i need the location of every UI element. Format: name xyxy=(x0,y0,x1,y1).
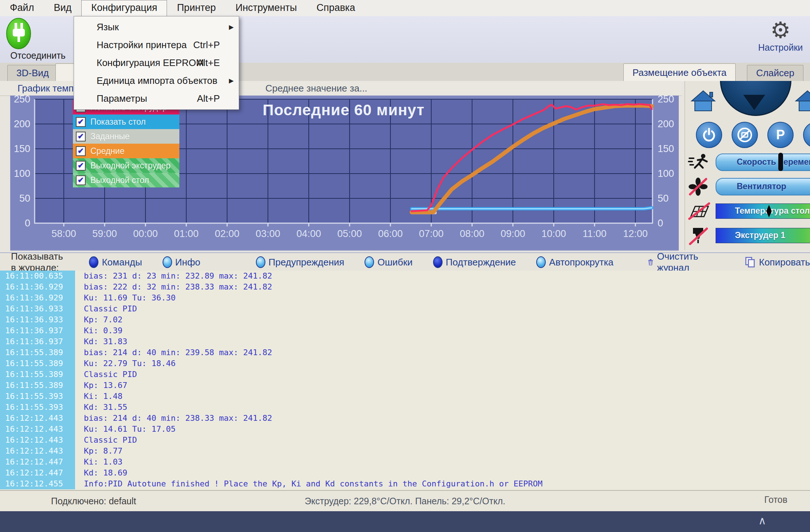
legend-row[interactable]: ✔ Выходной стол xyxy=(73,173,179,187)
park-button[interactable]: P xyxy=(767,122,794,148)
log-message: Classic PID xyxy=(75,435,137,444)
svg-text:07:00: 07:00 xyxy=(419,228,444,239)
log-row: 16:11:36.937Kd: 31.83 xyxy=(0,336,810,347)
motors-off-button[interactable] xyxy=(732,122,758,148)
log-filter-toggle[interactable]: Ошибки xyxy=(365,256,412,268)
configuration-menu-item[interactable]: Настройки принтера Ctrl+P xyxy=(74,36,239,54)
legend-label: Показать стол xyxy=(90,117,146,127)
bed-temp-label: Температура стола xyxy=(735,206,810,216)
tab-3d-view[interactable]: 3D-Вид xyxy=(7,65,58,81)
legend-row[interactable]: ✔ Заданные xyxy=(73,129,179,144)
svg-text:58:00: 58:00 xyxy=(51,228,76,239)
log-filter-toggle[interactable]: Автопрокрутка xyxy=(536,256,614,268)
fan-slider[interactable]: Вентилятор xyxy=(716,178,810,195)
menu-bar-item[interactable]: Файл xyxy=(0,0,44,16)
repetier-host-window: Файл Вид Конфигурация Принтер Инструмент… xyxy=(0,0,810,532)
log-row: 16:12:12.455Info:PID Autotune finished !… xyxy=(0,478,810,489)
disconnect-button[interactable]: Отсоединить xyxy=(5,18,71,61)
clear-log-button[interactable]: Очистить журнал xyxy=(648,251,702,273)
menu-bar-item[interactable]: Конфигурация xyxy=(81,0,167,16)
extruder-temp-slider[interactable]: Экструдер 1 2 xyxy=(716,228,810,243)
tab-object-placement[interactable]: Размещение объекта xyxy=(623,63,736,81)
log-timestamp: 16:11:36.929 xyxy=(0,292,75,303)
log-filter-toggle[interactable]: Инфо xyxy=(163,256,200,268)
os-taskbar: ∧ xyxy=(0,511,810,532)
toggle-label: Автопрокрутка xyxy=(549,257,614,268)
log-row: 16:11:36.937Ki: 0.39 xyxy=(0,325,810,336)
configuration-menu-item[interactable]: Конфигурация EEPROM Alt+E xyxy=(74,54,239,72)
log-timestamp: 16:11:55.389 xyxy=(0,369,75,380)
log-row: 16:11:00.635bias: 231 d: 23 min: 232.89 … xyxy=(0,271,810,281)
disconnect-label: Отсоединить xyxy=(5,50,71,61)
legend-checkbox[interactable]: ✔ xyxy=(76,161,86,171)
log-timestamp: 16:11:00.635 xyxy=(0,271,75,281)
extruder-select-button[interactable]: 1 xyxy=(803,122,810,148)
log-timestamp: 16:12:12.447 xyxy=(0,457,75,467)
tab-slicer[interactable]: Слайсер xyxy=(747,65,803,81)
travel-speed-row: Скорость перемещения xyxy=(685,152,810,172)
submenu-arrow-icon: ▶ xyxy=(229,72,234,90)
log-actions: Очистить журнал Копировать xyxy=(648,251,810,273)
home-z-button[interactable]: z xyxy=(794,90,810,112)
temperature-status: Экструдер: 229,8°C/Откл. Панель: 29,2°C/… xyxy=(0,496,810,506)
copy-log-button[interactable]: Копировать xyxy=(745,257,810,268)
log-timestamp: 16:11:36.937 xyxy=(0,336,75,347)
log-message: Kd: 18.69 xyxy=(75,468,127,477)
power-icon xyxy=(701,127,717,143)
log-message: Info:PID Autotune finished ! Place the K… xyxy=(75,479,542,488)
legend-checkbox[interactable]: ✔ xyxy=(76,146,86,156)
legend-row[interactable]: ✔ Выходной экструдер xyxy=(73,158,179,173)
travel-speed-handle[interactable] xyxy=(778,153,783,171)
menu-bar-item[interactable]: Справка xyxy=(307,0,365,16)
legend-label: Средние xyxy=(90,146,124,156)
jog-down-arrow-icon[interactable] xyxy=(743,95,765,110)
menu-bar-item[interactable]: Вид xyxy=(44,0,81,16)
log-filter-toggles: Команды Инфо Предупреждения Ошибки xyxy=(89,256,613,268)
log-row: 16:11:36.933Classic PID xyxy=(0,303,810,314)
log-filter-toggle[interactable]: Предупреждения xyxy=(256,256,344,268)
home-all-button[interactable] xyxy=(690,90,716,112)
power-button[interactable] xyxy=(696,122,722,148)
log-toolbar: Показывать в журнале: Команды Инфо Преду… xyxy=(0,252,810,271)
home-icon xyxy=(690,90,716,112)
copy-log-label: Копировать xyxy=(759,257,810,268)
log-message: Ki: 1.48 xyxy=(75,392,122,401)
menu-bar-item[interactable]: Принтер xyxy=(167,0,226,16)
settings-button[interactable]: ⚙ Настройки xyxy=(753,18,808,61)
average-period-dropdown[interactable]: Среднее значение за... xyxy=(265,83,367,94)
log-timestamp: 16:11:55.393 xyxy=(0,391,75,402)
legend-checkbox[interactable]: ✔ xyxy=(76,117,86,127)
bed-temp-slider[interactable]: Температура стола xyxy=(716,203,810,219)
graph-legend: ✔ Показать экструдер ✔ Показать стол ✔ З… xyxy=(73,100,179,187)
log-message: Kp: 13.67 xyxy=(75,381,127,390)
configuration-menu-item[interactable]: Язык ▶ xyxy=(74,18,239,36)
printer-state: Готов xyxy=(764,494,787,505)
led-icon xyxy=(256,256,265,268)
legend-row[interactable]: ✔ Показать стол xyxy=(73,114,179,129)
log-timestamp: 16:11:55.389 xyxy=(0,347,75,358)
legend-checkbox[interactable]: ✔ xyxy=(76,132,86,141)
menu-item-shortcut: Alt+E xyxy=(197,54,220,72)
log-output[interactable]: 16:11:00.635bias: 231 d: 23 min: 232.89 … xyxy=(0,271,810,490)
graph-type-dropdown[interactable]: График темп xyxy=(17,83,74,94)
log-timestamp: 16:12:12.455 xyxy=(0,478,75,489)
travel-speed-slider[interactable]: Скорость перемещения xyxy=(716,154,810,171)
configuration-menu-item[interactable]: Параметры Alt+P xyxy=(74,90,239,108)
log-filter-toggle[interactable]: Команды xyxy=(89,256,142,268)
svg-text:100: 100 xyxy=(14,168,30,179)
toggle-label: Инфо xyxy=(175,257,200,268)
log-filter-toggle[interactable]: Подтверждение xyxy=(433,256,516,268)
configuration-menu-item[interactable]: Единица импорта объектов ▶ xyxy=(74,72,239,90)
log-message: Classic PID xyxy=(75,304,137,313)
configuration-menu: Язык ▶ Настройки принтера Ctrl+P Конфигу… xyxy=(74,16,239,110)
extruder-temp-label: Экструдер 1 xyxy=(735,230,785,240)
legend-checkbox[interactable]: ✔ xyxy=(76,175,86,185)
svg-text:200: 200 xyxy=(658,119,674,129)
tray-chevron-icon[interactable]: ∧ xyxy=(758,514,766,527)
legend-row[interactable]: ✔ Средние xyxy=(73,144,179,158)
menu-bar-item[interactable]: Инструменты xyxy=(226,0,307,16)
travel-speed-icon xyxy=(688,152,711,172)
log-timestamp: 16:11:55.393 xyxy=(0,402,75,413)
svg-text:150: 150 xyxy=(658,143,674,154)
log-message: Ku: 14.61 Tu: 17.05 xyxy=(75,424,176,434)
